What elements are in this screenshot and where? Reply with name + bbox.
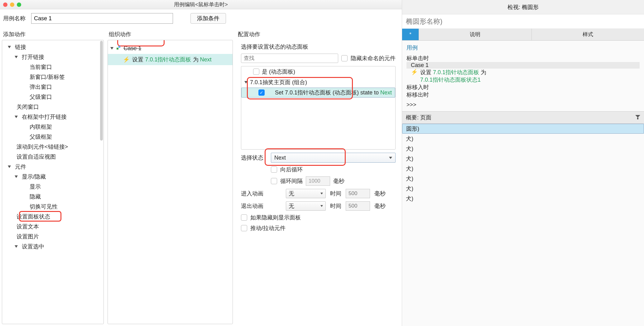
case-row[interactable]: Case 1	[108, 43, 233, 54]
case-icon	[116, 46, 121, 51]
case-name-input[interactable]	[31, 13, 173, 24]
case-name-label: 用例名称	[3, 15, 26, 22]
enter-anim-select[interactable]: 无	[286, 189, 326, 198]
add-condition-button[interactable]: 添加条件	[190, 13, 226, 24]
list-item[interactable]: 犬)	[402, 194, 644, 204]
time-label: 时间	[330, 190, 341, 197]
tree-leaf-scroll-anchor[interactable]: 滚动到元件<锚链接>	[2, 142, 103, 152]
list-item[interactable]: 犬)	[402, 184, 644, 194]
add-action-header: 添加动作	[0, 27, 106, 38]
bolt-icon: ⚡	[123, 56, 130, 63]
chevron-down-icon	[320, 205, 323, 207]
tree-node-set-selected[interactable]: 设置选中	[2, 242, 103, 252]
ms-label: 毫秒	[374, 190, 386, 197]
configure-header: 配置动作	[235, 27, 402, 38]
enter-time-input[interactable]	[346, 189, 370, 198]
more-events[interactable]: >>>	[406, 102, 640, 108]
select-state-label: 选择状态	[241, 154, 265, 161]
tree-leaf-current-window[interactable]: 当前窗口	[2, 62, 103, 72]
hide-unnamed-checkbox[interactable]	[341, 55, 348, 61]
chevron-down-icon	[110, 47, 113, 50]
tree-leaf-close-window[interactable]: 关闭窗口	[2, 102, 103, 112]
select-panel-title: 选择要设置状态的动态面板	[241, 43, 396, 50]
window-minimize-icon[interactable]	[10, 2, 14, 7]
loop-back-checkbox[interactable]	[271, 166, 277, 173]
target-is-panel[interactable]: 是 (动态面板)	[241, 66, 395, 77]
hide-unnamed-label: 隐藏未命名的元件	[351, 55, 396, 62]
dialog-title: 用例编辑<鼠标单击时>	[174, 1, 228, 8]
time-label: 时间	[330, 202, 341, 210]
tree-node-widgets[interactable]: 元件	[2, 162, 103, 172]
scrollbar[interactable]	[100, 41, 103, 141]
tree-leaf-popup[interactable]: 弹出窗口	[2, 82, 103, 92]
chevron-down-icon	[8, 46, 11, 48]
target-checkbox[interactable]: ✓	[258, 89, 265, 96]
tab-style[interactable]: 样式	[532, 29, 644, 40]
loop-interval-label: 循环间隔	[280, 177, 303, 185]
tree-node-open-link[interactable]: 打开链接	[2, 52, 103, 62]
target-panel[interactable]: 是 (动态面板) 7.0.1抽奖主页面 (组合) ✓ Set 7.0.1指针动态…	[241, 66, 396, 150]
list-item[interactable]: 圆形)	[402, 124, 644, 134]
loop-back-label: 向后循环	[280, 166, 303, 173]
event-case1[interactable]: Case 1	[406, 62, 640, 69]
chevron-down-icon	[15, 175, 18, 178]
list-item[interactable]: 犬)	[402, 154, 644, 164]
chevron-down-icon	[244, 81, 248, 84]
window-close-icon[interactable]	[3, 2, 7, 7]
tree-leaf-hide[interactable]: 隐藏	[2, 192, 103, 202]
search-input[interactable]	[241, 54, 338, 63]
exit-anim-select[interactable]: 无	[286, 201, 326, 211]
tree-leaf-set-image[interactable]: 设置图片	[2, 232, 103, 242]
exit-anim-label: 退出动画	[241, 202, 266, 210]
chevron-down-icon	[15, 245, 18, 248]
chevron-down-icon	[15, 56, 18, 58]
loop-interval-checkbox[interactable]	[271, 178, 277, 184]
loop-interval-input[interactable]	[306, 176, 330, 186]
widget-name-input[interactable]: 椭圆形名称)	[402, 14, 644, 29]
chevron-down-icon	[320, 193, 323, 194]
target-group-row[interactable]: 7.0.1抽奖主页面 (组合)	[241, 77, 395, 88]
tree-leaf-parent-frame[interactable]: 父级框架	[2, 132, 103, 142]
enter-anim-label: 进入动画	[241, 190, 266, 197]
tree-leaf-set-adaptive[interactable]: 设置自适应视图	[2, 152, 103, 162]
target-set-row[interactable]: ✓ Set 7.0.1指针动态面板 (动态面板) state to Next	[241, 88, 395, 98]
list-item[interactable]: 犬)	[402, 174, 644, 184]
titlebar: 用例编辑<鼠标单击时>	[0, 0, 402, 9]
select-state-dropdown[interactable]: Next	[271, 153, 396, 163]
list-item[interactable]: 犬)	[402, 164, 644, 174]
event-action[interactable]: ⚡ 设置 7.0.1指针动态面板 为 7.0.1指针动态面板状态1	[406, 69, 640, 84]
filter-icon[interactable]	[635, 115, 640, 120]
exit-time-input[interactable]	[346, 201, 370, 211]
tree-node-show-hide[interactable]: 显示/隐藏	[2, 172, 103, 182]
tree-leaf-toggle-vis[interactable]: 切换可见性	[2, 202, 103, 212]
tree-leaf-set-panel-state[interactable]: 设置面板状态	[2, 212, 103, 222]
tree-node-links[interactable]: 链接	[2, 42, 103, 52]
event-mousein[interactable]: 标移入时	[406, 84, 640, 91]
event-mouseout[interactable]: 标移出时	[406, 91, 640, 98]
summary-title: 概要: 页面	[406, 114, 431, 121]
show-if-hidden-checkbox[interactable]	[241, 214, 247, 221]
window-zoom-icon[interactable]	[17, 2, 21, 7]
show-if-hidden-label: 如果隐藏则显示面板	[250, 214, 301, 221]
tree-leaf-show[interactable]: 显示	[2, 182, 103, 192]
list-item[interactable]: 犬)	[402, 134, 644, 144]
tab-notes[interactable]: 说明	[419, 29, 532, 40]
tree-leaf-set-text[interactable]: 设置文本	[2, 222, 103, 232]
tree-node-open-in-frame[interactable]: 在框架中打开链接	[2, 112, 103, 122]
organize-header: 组织动作	[106, 27, 235, 38]
event-click[interactable]: 标单击时	[406, 55, 640, 62]
is-panel-checkbox[interactable]	[253, 69, 259, 75]
tab-properties[interactable]: *	[402, 29, 419, 40]
ms-label: 毫秒	[333, 177, 344, 185]
push-pull-checkbox[interactable]	[241, 225, 247, 231]
tree-leaf-new-window[interactable]: 新窗口/新标签	[2, 72, 103, 82]
list-item[interactable]: 犬)	[402, 144, 644, 154]
interactions-header: 用例	[406, 44, 640, 51]
action-library-panel[interactable]: 链接 打开链接 当前窗口 新窗口/新标签 弹出窗口 父级窗口 关闭窗口 在框架中…	[2, 40, 104, 324]
summary-list[interactable]: 圆形) 犬) 犬) 犬) 犬) 犬) 犬) 犬)	[402, 124, 644, 326]
action-row[interactable]: ⚡ 设置 7.0.1指针动态面板 为 Next	[108, 54, 233, 65]
tree-leaf-inline-frame[interactable]: 内联框架	[2, 122, 103, 132]
organize-panel[interactable]: Case 1 ⚡ 设置 7.0.1指针动态面板 为 Next	[108, 40, 233, 324]
case-editor-dialog: 用例编辑<鼠标单击时> 用例名称 添加条件 添加动作 链接 打开链接 当前窗口 …	[0, 0, 402, 326]
tree-leaf-parent-window[interactable]: 父级窗口	[2, 92, 103, 102]
